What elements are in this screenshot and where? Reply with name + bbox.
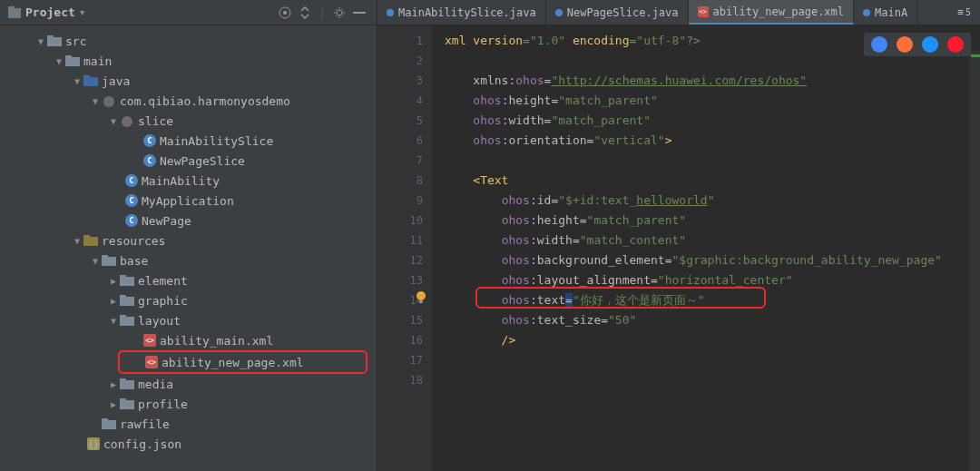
opera-icon[interactable] bbox=[947, 36, 964, 53]
code-line[interactable]: ohos:text_size="50" bbox=[445, 310, 980, 330]
tree-label: config.json bbox=[103, 437, 181, 451]
line-number: 18 bbox=[377, 370, 423, 390]
tree-row[interactable]: ▶profile bbox=[0, 394, 377, 414]
intention-bulb-icon[interactable] bbox=[414, 290, 428, 305]
code-line[interactable]: xmlns:ohos="http://schemas.huawei.com/re… bbox=[445, 71, 980, 91]
editor-area: MainAbilitySlice.javaNewPageSlice.java<>… bbox=[377, 0, 980, 471]
line-number: 13 bbox=[377, 270, 423, 290]
project-header: Project ▾ | bbox=[0, 0, 377, 25]
svg-rect-31 bbox=[419, 300, 423, 303]
tree-row[interactable]: ▼slice bbox=[0, 111, 377, 131]
marker-ok bbox=[971, 54, 980, 57]
code-line[interactable]: /> bbox=[445, 330, 980, 350]
gear-icon[interactable] bbox=[329, 3, 349, 23]
tree-row[interactable]: ▼main bbox=[0, 51, 377, 71]
tree-row[interactable]: ▶media bbox=[0, 374, 377, 394]
target-icon[interactable] bbox=[275, 3, 295, 23]
editor-tab[interactable]: MainAbilitySlice.java bbox=[377, 0, 546, 25]
tree-row[interactable]: ▼layout bbox=[0, 310, 377, 330]
tree-label: rawfile bbox=[120, 417, 170, 431]
tree-row[interactable]: ▼java bbox=[0, 71, 377, 91]
line-number: 15 bbox=[377, 310, 423, 330]
tree-arrow[interactable]: ▶ bbox=[109, 399, 118, 409]
code-line[interactable]: ohos:orientation="vertical"> bbox=[445, 131, 980, 151]
tree-arrow[interactable]: ▼ bbox=[109, 116, 118, 126]
tree-arrow[interactable]: ▼ bbox=[91, 96, 100, 106]
tree-row[interactable]: CMyApplication bbox=[0, 191, 377, 211]
tree-arrow[interactable]: ▼ bbox=[91, 256, 100, 266]
tree-row[interactable]: ▼com.qibiao.harmonyosdemo bbox=[0, 91, 377, 111]
editor-tab[interactable]: NewPageSlice.java bbox=[546, 0, 689, 25]
tree-label: element bbox=[138, 274, 188, 288]
code-line[interactable]: ohos:width="match_content" bbox=[445, 231, 980, 250]
tree-row[interactable]: ▼base bbox=[0, 250, 377, 270]
tree-row[interactable]: CMainAbilitySlice bbox=[0, 131, 377, 151]
code-editor[interactable]: xml version="1.0" encoding="utf-8"?> xml… bbox=[432, 25, 980, 471]
expand-icon[interactable] bbox=[295, 3, 315, 23]
svg-rect-27 bbox=[120, 398, 126, 401]
firefox-icon[interactable] bbox=[897, 36, 913, 53]
tree-row[interactable]: ▶graphic bbox=[0, 290, 377, 310]
tree-row[interactable]: ▼src bbox=[0, 31, 377, 51]
svg-rect-5 bbox=[353, 12, 366, 14]
code-line[interactable]: <Text bbox=[445, 171, 980, 191]
tree-arrow[interactable]: ▼ bbox=[36, 36, 45, 46]
tree-label: ability_main.xml bbox=[160, 334, 273, 348]
line-number: 8 bbox=[377, 171, 423, 191]
tree-label: MyApplication bbox=[142, 194, 234, 208]
code-line[interactable]: ohos:height="match_parent" bbox=[445, 91, 980, 111]
line-number: 17 bbox=[377, 350, 423, 370]
code-line[interactable]: ohos:height="match_parent" bbox=[445, 211, 980, 231]
tree-arrow[interactable]: ▼ bbox=[73, 76, 82, 86]
editor-body: 123456789101112131415161718 xml version=… bbox=[377, 25, 980, 471]
folder-icon bbox=[120, 314, 134, 327]
tree-row[interactable]: CMainAbility bbox=[0, 171, 377, 191]
line-number: 7 bbox=[377, 151, 423, 171]
code-line[interactable] bbox=[445, 350, 980, 370]
tree-label: slice bbox=[138, 114, 173, 128]
tree-arrow[interactable]: ▶ bbox=[109, 379, 118, 389]
tree-arrow[interactable]: ▼ bbox=[54, 56, 64, 66]
tree-label: graphic bbox=[138, 294, 188, 308]
tree-arrow[interactable]: ▶ bbox=[109, 296, 118, 306]
svg-rect-15 bbox=[83, 235, 90, 238]
tree-row[interactable]: CNewPageSlice bbox=[0, 151, 377, 171]
line-number: 12 bbox=[377, 250, 423, 270]
code-line[interactable]: ohos:id="$+id:text_helloworld" bbox=[445, 191, 980, 211]
tree-row[interactable]: <>ability_main.xml bbox=[0, 330, 377, 350]
project-icon bbox=[7, 5, 22, 20]
tree-arrow[interactable]: ▼ bbox=[73, 236, 82, 246]
tree-arrow[interactable]: ▼ bbox=[109, 316, 118, 326]
collapse-icon[interactable] bbox=[349, 3, 369, 23]
tree-row[interactable]: ▶element bbox=[0, 270, 377, 290]
project-tree[interactable]: ▼src▼main▼java▼com.qibiao.harmonyosdemo▼… bbox=[0, 25, 377, 471]
tree-row[interactable]: ▼resources bbox=[0, 231, 377, 250]
tree-row[interactable]: rawfile bbox=[0, 414, 377, 434]
dropdown-arrow-icon[interactable]: ▾ bbox=[79, 5, 86, 19]
editor-tabs: MainAbilitySlice.javaNewPageSlice.java<>… bbox=[377, 0, 980, 25]
editor-tab[interactable]: MainA bbox=[854, 0, 917, 25]
tree-row[interactable]: CNewPage bbox=[0, 211, 377, 231]
tree-arrow[interactable]: ▶ bbox=[109, 276, 118, 286]
class-icon bbox=[387, 9, 394, 16]
editor-tab[interactable]: <>ability_new_page.xml bbox=[689, 0, 855, 25]
overflow-tabs[interactable]: ≡5 bbox=[948, 0, 980, 25]
svg-rect-24 bbox=[120, 380, 134, 389]
class-icon: C bbox=[125, 174, 138, 187]
safari-icon[interactable] bbox=[922, 36, 938, 53]
code-line[interactable] bbox=[445, 151, 980, 171]
line-number: 2 bbox=[377, 51, 423, 71]
tab-label: MainAbilitySlice.java bbox=[398, 6, 536, 19]
code-line[interactable]: ohos:background_element="$graphic:backgr… bbox=[445, 250, 980, 270]
code-line[interactable]: ohos:width="match_parent" bbox=[445, 111, 980, 131]
line-number: 3 bbox=[377, 71, 423, 91]
tree-label: media bbox=[138, 378, 173, 391]
tree-row[interactable]: {}config.json bbox=[0, 434, 377, 454]
class-icon: C bbox=[143, 134, 156, 147]
code-line[interactable] bbox=[445, 370, 980, 390]
chrome-icon[interactable] bbox=[871, 36, 887, 53]
tree-row[interactable]: <>ability_new_page.xml bbox=[120, 352, 366, 372]
browser-preview-icons bbox=[864, 33, 971, 56]
svg-point-3 bbox=[283, 11, 287, 15]
line-number: 6 bbox=[377, 131, 423, 151]
